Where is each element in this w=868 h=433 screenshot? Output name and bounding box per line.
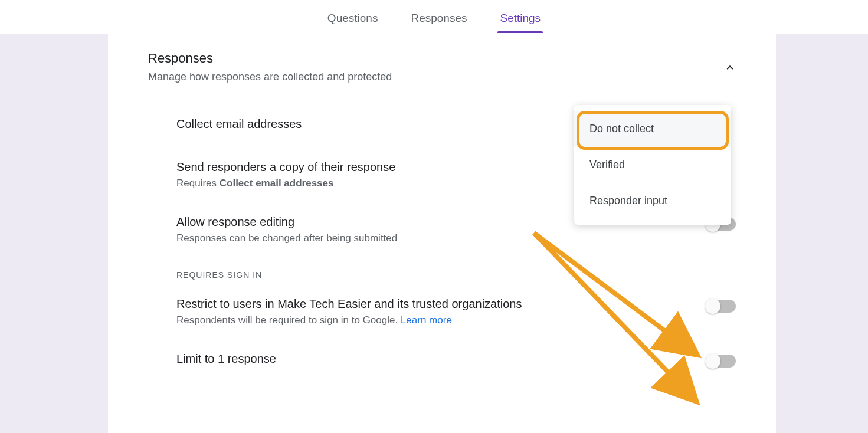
dropdown-option-do-not-collect[interactable]: Do not collect bbox=[574, 111, 731, 147]
setting-subtext: Respondents will be required to sign in … bbox=[176, 314, 684, 326]
setting-subtext: Responses can be changed after being sub… bbox=[176, 232, 684, 244]
section-header: Responses Manage how responses are colle… bbox=[148, 51, 736, 83]
setting-label: Restrict to users in Make Tech Easier an… bbox=[176, 297, 684, 311]
toggle-restrict-users[interactable] bbox=[707, 300, 736, 313]
dropdown-option-responder-input[interactable]: Responder input bbox=[574, 183, 731, 219]
tabs: Questions Responses Settings bbox=[325, 0, 543, 34]
toggle-limit-response[interactable] bbox=[707, 355, 736, 368]
setting-label: Limit to 1 response bbox=[176, 352, 684, 366]
group-label-requires-signin: REQUIRES SIGN IN bbox=[176, 270, 736, 280]
tab-questions[interactable]: Questions bbox=[325, 2, 381, 32]
setting-limit-response: Limit to 1 response bbox=[176, 352, 736, 369]
tab-settings[interactable]: Settings bbox=[497, 2, 543, 32]
tab-responses[interactable]: Responses bbox=[408, 2, 469, 32]
section-title: Responses bbox=[148, 51, 392, 66]
top-bar: Questions Responses Settings bbox=[0, 0, 868, 34]
dropdown-option-verified[interactable]: Verified bbox=[574, 147, 731, 183]
learn-more-link[interactable]: Learn more bbox=[401, 314, 452, 326]
settings-panel: Responses Manage how responses are colle… bbox=[108, 34, 776, 433]
section-description: Manage how responses are collected and p… bbox=[148, 71, 392, 83]
setting-restrict-users: Restrict to users in Make Tech Easier an… bbox=[176, 297, 736, 326]
chevron-up-icon[interactable] bbox=[724, 61, 736, 73]
collect-email-dropdown[interactable]: Do not collect Verified Responder input bbox=[574, 105, 731, 225]
